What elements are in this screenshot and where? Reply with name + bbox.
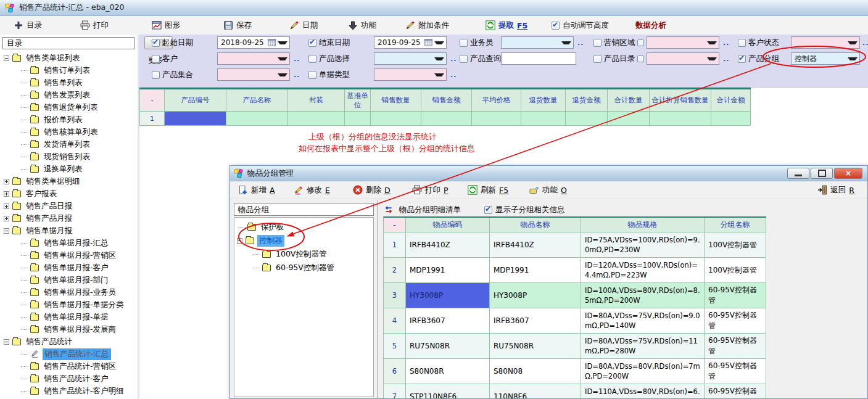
dropdown-arrow-icon[interactable] (278, 57, 287, 63)
show-sub-group-checkbox[interactable]: 显示子分组相关信息 (484, 205, 565, 215)
product-group-dropdown[interactable]: 控制器 (791, 52, 860, 65)
close-button[interactable]: × (834, 168, 862, 179)
print-button[interactable]: 打印P (410, 183, 450, 197)
sidebar-item[interactable]: 销售类单据列表 (0, 52, 82, 64)
graph-button[interactable]: 图形 (149, 19, 183, 32)
table-cell[interactable] (608, 112, 650, 126)
expand-icon[interactable] (4, 204, 9, 209)
sidebar-item[interactable]: 销售产品月报 (0, 212, 74, 224)
selected-cell[interactable]: HY3008P (406, 283, 490, 308)
doc-type-checkbox[interactable] (308, 71, 316, 79)
end-date-checkbox[interactable] (308, 39, 316, 47)
dropdown-arrow-icon[interactable] (848, 57, 858, 63)
sidebar-item[interactable]: 销售核算单列表 (0, 126, 100, 138)
doc-type-more-link[interactable]: .. (450, 71, 457, 79)
dropdown-arrow-icon[interactable] (434, 73, 444, 79)
region-dropdown[interactable] (647, 36, 719, 49)
date-button[interactable]: 日期 (287, 19, 320, 32)
selected-cell[interactable] (165, 112, 226, 126)
tree-item[interactable]: 保护板 (238, 220, 286, 234)
region-more-link[interactable]: .. (723, 39, 729, 47)
row-number-cell[interactable]: 1 (140, 112, 165, 126)
expand-icon[interactable] (4, 179, 9, 184)
product-catalog-sub-checkbox[interactable] (637, 56, 644, 62)
table-row[interactable]: 7 STP110N8F6 110N8F6 ID=110A,VDss=80V,RD… (384, 384, 766, 399)
checkbox-checked-icon[interactable] (552, 22, 560, 30)
sidebar-item[interactable]: 销售单据月报 (0, 224, 74, 237)
sidebar-item[interactable]: 销售产品日报 (0, 200, 74, 212)
sidebar-item[interactable]: 销售产品统计-客户 (0, 372, 110, 385)
back-button[interactable]: 返回R (816, 183, 856, 197)
product-set-more-link[interactable]: .. (294, 71, 300, 79)
function-button[interactable]: 功能O (527, 183, 569, 197)
customer-status-checkbox[interactable] (738, 39, 746, 47)
add-button[interactable]: 新增A (236, 183, 277, 197)
table-cell[interactable] (288, 112, 345, 126)
sidebar-item[interactable]: 销售单据月报-营销区 (0, 249, 118, 261)
calendar-icon[interactable] (424, 39, 432, 46)
table-row[interactable]: 6 S80N08R S80N08 ID=80A,VDss=80V,RDs(on)… (384, 359, 766, 384)
end-date-field[interactable]: 2019-09-25 (374, 36, 447, 49)
salesman-more-link[interactable]: .. (577, 39, 584, 47)
sidebar-item[interactable]: 销售单据月报-单据分类 (0, 298, 126, 311)
panel-splitter[interactable] (377, 200, 378, 398)
extra-condition-button[interactable]: 附加条件 (403, 19, 452, 32)
sidebar-item[interactable]: 销售单据月报-业务员 (0, 286, 118, 298)
sidebar-item[interactable]: 销售单据月报-发展商 (0, 323, 118, 335)
table-row[interactable]: 2 MDP1991 MDP1991 ID=120A,VDss=100V,RDs(… (384, 258, 766, 283)
product-catalog-checkbox[interactable] (593, 55, 601, 63)
product-set-checkbox[interactable] (152, 71, 160, 79)
sidebar-item[interactable]: 客户报表 (0, 187, 59, 200)
maximize-button[interactable] (811, 168, 833, 179)
sidebar-item[interactable]: 销售订单列表 (0, 64, 92, 76)
extract-f5-button[interactable]: 提取F5 (483, 19, 530, 32)
tree-item-selected[interactable]: 控制器 (237, 234, 284, 247)
collapse-icon[interactable] (4, 228, 9, 234)
dropdown-arrow-icon[interactable] (561, 41, 571, 47)
sidebar-item[interactable]: 报价单列表 (0, 113, 85, 126)
sidebar-item[interactable]: 销售发票列表 (0, 89, 92, 101)
save-button[interactable]: 保存 (221, 19, 254, 32)
region-checkbox[interactable] (593, 39, 601, 47)
product-select-more-link[interactable]: .. (450, 55, 457, 63)
product-select-dropdown[interactable] (374, 52, 447, 65)
checkbox-checked-icon[interactable] (484, 206, 492, 214)
customer-dropdown[interactable] (217, 52, 290, 65)
table-cell[interactable] (226, 112, 288, 126)
customer-checkbox[interactable] (152, 55, 160, 63)
sidebar-item[interactable]: 销售单列表 (0, 76, 85, 89)
product-set-dropdown[interactable] (217, 68, 290, 81)
sidebar-item[interactable]: 销售退货单列表 (0, 101, 100, 113)
dropdown-arrow-icon[interactable] (434, 41, 444, 47)
table-cell[interactable] (521, 112, 566, 126)
collapse-icon[interactable] (4, 56, 9, 61)
print-button[interactable]: 打印 (78, 19, 111, 32)
customer-status-more-link[interactable]: .. (862, 39, 868, 47)
dropdown-arrow-icon[interactable] (848, 41, 858, 47)
minimize-button[interactable] (787, 168, 809, 179)
table-cell[interactable] (371, 112, 421, 126)
product-query-input[interactable] (501, 52, 576, 65)
delete-button[interactable]: 删除D (351, 183, 392, 197)
tree-item[interactable]: 60-95V控制器管 (253, 261, 336, 274)
tree-item[interactable]: 100V控制器管 (253, 247, 328, 261)
customer-status-dropdown[interactable] (791, 36, 860, 49)
dropdown-arrow-icon[interactable] (278, 73, 287, 79)
sidebar-item[interactable]: 销售产品统计-客户明细 (0, 385, 126, 397)
sidebar-item[interactable]: 销售单据月报-单据 (0, 311, 110, 323)
sidebar-item[interactable]: 退换单列表 (0, 163, 85, 175)
sidebar-item[interactable]: 现货销售列表 (0, 150, 92, 163)
product-query-checkbox[interactable] (460, 55, 468, 63)
table-row[interactable]: 5 RU75N08R RU75N08R ID=80A,VDss=75V,RDs(… (384, 334, 766, 359)
table-cell[interactable] (472, 112, 521, 126)
sidebar-item[interactable]: 发货清单列表 (0, 138, 92, 150)
function-button[interactable]: 功能 (345, 19, 379, 32)
table-cell[interactable] (650, 112, 711, 126)
start-date-checkbox[interactable] (152, 39, 160, 47)
data-analysis-button[interactable]: 数据分析 (633, 19, 669, 32)
product-catalog-more-link[interactable]: .. (723, 55, 729, 63)
salesman-dropdown[interactable] (501, 36, 574, 49)
sidebar-item[interactable]: 销售单据月报-部门 (0, 274, 110, 286)
catalog-button[interactable]: 目录 (11, 19, 44, 32)
collapse-icon[interactable] (237, 238, 242, 244)
